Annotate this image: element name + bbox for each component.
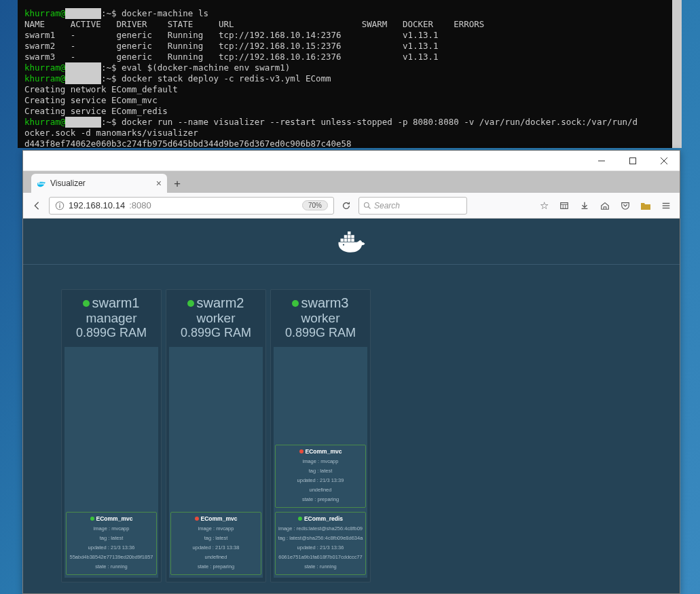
download-icon[interactable] xyxy=(575,196,594,215)
library-icon[interactable] xyxy=(555,196,574,215)
node-ram: 0.899G RAM xyxy=(166,326,265,340)
search-icon xyxy=(363,202,371,210)
tab-label: Visualizer xyxy=(50,179,86,188)
service-meta: undefined xyxy=(277,485,364,495)
service-title: EComm_mvc xyxy=(68,515,155,522)
service-meta: state : preparing xyxy=(277,495,364,504)
new-tab-button[interactable]: + xyxy=(167,174,187,193)
service-meta: state : running xyxy=(68,562,155,572)
refresh-button[interactable] xyxy=(337,196,356,215)
status-dot-icon xyxy=(298,517,302,521)
node-ram: 0.899G RAM xyxy=(271,326,370,340)
node-name: swarm1 xyxy=(62,295,161,311)
bookmark-star-icon[interactable]: ☆ xyxy=(534,196,553,215)
terminal-prompt-user: khurram xyxy=(24,8,60,18)
visualizer-header xyxy=(23,219,680,265)
status-dot-icon xyxy=(83,300,90,307)
zoom-indicator[interactable]: 70% xyxy=(302,200,328,210)
service-meta: tag : latest xyxy=(172,534,259,543)
tab-close-icon[interactable]: × xyxy=(156,178,162,189)
service-meta: 6061e751a9b1fa618f7b017cddccc77 xyxy=(277,553,364,562)
service-meta: tag : latest@sha256:4c8fb09e8d634a xyxy=(277,534,364,543)
service-meta: state : preparing xyxy=(172,562,259,572)
svg-rect-9 xyxy=(561,202,568,208)
svg-point-5 xyxy=(59,203,60,204)
terminal-window: khurram@ :~$ docker-machine ls NAME ACTI… xyxy=(18,0,682,148)
node-role: worker xyxy=(166,311,265,326)
service-meta: updated : 21/3 13:36 xyxy=(68,543,155,553)
tab-visualizer[interactable]: Visualizer × xyxy=(31,174,167,193)
svg-rect-1 xyxy=(630,157,636,164)
service-meta: undefined xyxy=(172,553,259,562)
redacted-host xyxy=(65,8,101,19)
service-meta: image : mvcapp xyxy=(68,524,155,534)
status-dot-icon xyxy=(299,449,303,453)
service-card[interactable]: EComm_mvcimage : mvcapptag : latestupdat… xyxy=(66,512,157,575)
toolbar-icons: ☆ xyxy=(534,196,676,215)
service-card[interactable]: EComm_redisimage : redis:latest@sha256:4… xyxy=(275,512,366,575)
terminal-cmd: eval $(docker-machine env swarm1) xyxy=(122,62,290,73)
status-dot-icon xyxy=(195,517,199,521)
svg-rect-18 xyxy=(348,238,351,242)
service-meta: state : running xyxy=(277,562,364,572)
svg-rect-17 xyxy=(344,238,347,242)
swarm-node: swarm1manager0.899G RAMEComm_mvcimage : … xyxy=(61,289,162,582)
node-name: swarm2 xyxy=(166,295,265,311)
svg-rect-21 xyxy=(348,235,351,238)
svg-rect-23 xyxy=(348,231,351,235)
tab-bar: Visualizer × + xyxy=(23,171,680,193)
svg-rect-22 xyxy=(351,235,354,238)
node-body: EComm_mvcimage : mvcapptag : latestupdat… xyxy=(274,347,367,578)
svg-rect-20 xyxy=(344,235,347,238)
status-dot-icon xyxy=(187,300,194,307)
service-meta: image : redis:latest@sha256:4c8fb09 xyxy=(277,524,364,534)
svg-point-7 xyxy=(365,202,369,207)
service-title: EComm_redis xyxy=(277,515,364,522)
node-role: manager xyxy=(62,311,161,326)
swarm-node: swarm3worker0.899G RAMEComm_mvcimage : m… xyxy=(270,289,371,582)
maximize-button[interactable] xyxy=(617,151,648,171)
service-card[interactable]: EComm_mvcimage : mvcapptag : latestupdat… xyxy=(170,512,261,575)
svg-rect-6 xyxy=(59,205,60,208)
back-button[interactable] xyxy=(27,196,46,215)
status-dot-icon xyxy=(90,517,94,521)
node-body: EComm_mvcimage : mvcapptag : latestupdat… xyxy=(65,347,158,578)
service-title: EComm_mvc xyxy=(277,448,364,455)
service-meta: image : mvcapp xyxy=(277,457,364,466)
browser-window: Visualizer × + 192.168.10.14:8080 70% Se… xyxy=(22,150,680,594)
close-button[interactable] xyxy=(648,151,680,171)
menu-icon[interactable] xyxy=(657,196,676,215)
minimize-button[interactable] xyxy=(586,151,617,171)
svg-line-8 xyxy=(369,206,371,208)
svg-point-24 xyxy=(342,244,344,245)
info-icon xyxy=(55,201,65,210)
terminal-cmd: docker stack deploy -c redis-v3.yml ECom… xyxy=(122,73,331,83)
home-icon[interactable] xyxy=(595,196,614,215)
service-meta: tag : latest xyxy=(68,534,155,543)
service-meta: updated : 21/3 13:39 xyxy=(277,476,364,485)
url-bar: 192.168.10.14:8080 70% Search ☆ xyxy=(23,193,680,219)
nodes-container: swarm1manager0.899G RAMEComm_mvcimage : … xyxy=(23,265,680,582)
status-dot-icon xyxy=(292,300,299,307)
node-name: swarm3 xyxy=(271,295,370,311)
service-meta: updated : 21/3 13:36 xyxy=(277,543,364,553)
terminal-cmd: docker run --name visualizer --restart u… xyxy=(122,117,638,127)
url-field[interactable]: 192.168.10.14:8080 70% xyxy=(49,197,334,215)
node-role: worker xyxy=(271,311,370,326)
node-ram: 0.899G RAM xyxy=(62,326,161,340)
service-meta: 55abd4b38542e77139ed20bd9f1857 xyxy=(68,553,155,562)
window-titlebar xyxy=(23,151,680,171)
search-field[interactable]: Search xyxy=(358,197,467,215)
pocket-icon[interactable] xyxy=(616,196,635,215)
docker-whale-icon xyxy=(335,228,368,255)
visualizer-page: swarm1manager0.899G RAMEComm_mvcimage : … xyxy=(23,219,680,593)
folder-icon[interactable] xyxy=(636,196,655,215)
service-meta: tag : latest xyxy=(277,466,364,476)
svg-rect-16 xyxy=(340,238,344,242)
service-meta: updated : 21/3 13:38 xyxy=(172,543,259,553)
service-card[interactable]: EComm_mvcimage : mvcapptag : latestupdat… xyxy=(275,445,366,508)
url-text: 192.168.10.14 xyxy=(69,200,125,210)
service-title: EComm_mvc xyxy=(172,515,259,522)
svg-rect-19 xyxy=(351,238,354,242)
terminal-cmd: docker-machine ls xyxy=(122,8,208,18)
